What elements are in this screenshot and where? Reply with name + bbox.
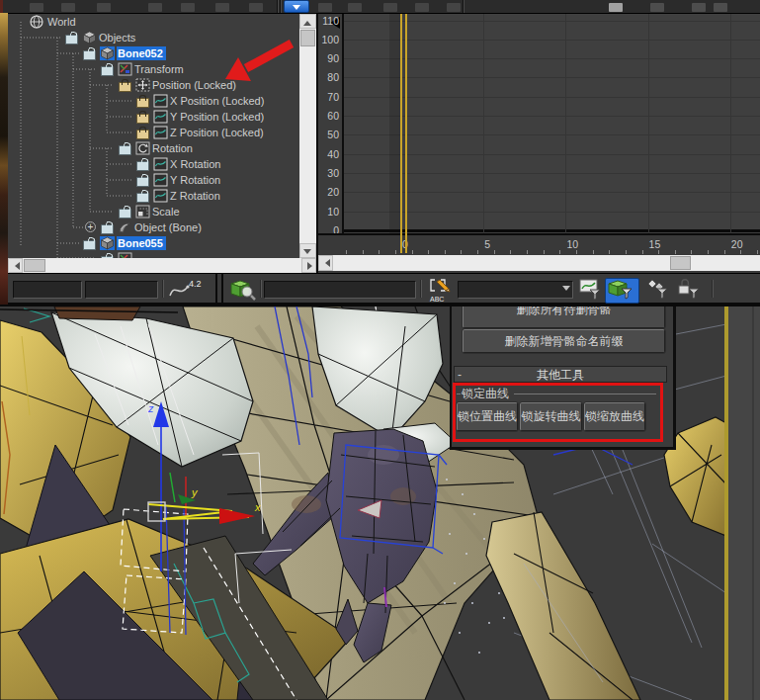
cropped-toolbar-icon[interactable]	[30, 3, 43, 12]
cropped-toolbar-icon[interactable]	[650, 3, 664, 12]
curve-icon	[153, 189, 168, 203]
filter-animated-tracks-icon[interactable]	[579, 278, 604, 306]
time-ruler-label: 10	[566, 238, 578, 250]
tree-item-object-bone-[interactable]: +Object (Bone)	[8, 219, 299, 235]
cropped-toolbar-icon[interactable]	[714, 3, 727, 12]
tree-item-label: Object (Bone)	[134, 220, 202, 234]
filter-keyable-tracks-icon[interactable]	[646, 278, 672, 306]
delete-bone-prefix-button[interactable]: 删除新增骨骼命名前缀	[463, 329, 665, 353]
filter-unlocked-tracks-icon[interactable]	[676, 278, 703, 306]
collapse-icon[interactable]: -	[458, 367, 462, 383]
filter-preset-combo[interactable]	[458, 281, 573, 299]
abc-label: ABC	[430, 296, 444, 303]
locked-lock-icon	[136, 130, 149, 139]
application-window: WorldObjectsBone052TransformPosition (Lo…	[0, 0, 760, 700]
filter-selected-objects-icon[interactable]	[605, 278, 639, 304]
unlocked-lock-icon	[136, 193, 149, 203]
tree-item-y-rotation[interactable]: Y Rotation	[8, 172, 299, 188]
other-tools-rollout-header[interactable]: - 其他工具	[454, 366, 667, 383]
down-arrow-icon	[303, 249, 311, 258]
cropped-toolbar-icon[interactable]	[61, 3, 75, 12]
tree-item-world[interactable]: World	[8, 14, 299, 30]
cropped-toolbar-icon[interactable]	[97, 3, 111, 12]
unlocked-lock-icon	[119, 209, 131, 219]
scroll-down-button[interactable]	[299, 243, 316, 258]
cropped-toolbar-icon[interactable]	[447, 3, 461, 12]
tree-item-transform[interactable]: Transform	[8, 61, 299, 77]
right-margin	[728, 306, 760, 700]
track-name-field[interactable]	[264, 281, 416, 299]
expand-plus-icon[interactable]: +	[85, 221, 96, 232]
time-ruler[interactable]: 05101520	[318, 233, 760, 257]
viewport-edge-sliver	[0, 0, 3, 13]
cropped-toolbar-icon[interactable]	[415, 3, 429, 12]
tree-item-z-rotation[interactable]: Z Rotation	[8, 188, 299, 204]
transform-icon	[118, 62, 132, 76]
tree-item-z-position-locked-[interactable]: Z Position (Locked)	[8, 125, 299, 140]
scroll-left-button[interactable]	[318, 255, 333, 271]
scrollbar-thumb[interactable]	[300, 30, 315, 46]
delete-pending-bones-button[interactable]: 删除所有待删骨骼	[463, 306, 665, 328]
key-value-field[interactable]	[85, 281, 158, 299]
tree-item-bone052[interactable]: Bone052	[8, 45, 299, 61]
y-axis-tick-label: 60	[327, 110, 339, 122]
vertical-gridline	[730, 14, 731, 233]
bone-icon	[118, 220, 132, 234]
up-arrow-icon	[303, 17, 311, 26]
time-slider-line[interactable]	[405, 14, 407, 253]
x-axis-label: x	[254, 501, 261, 513]
tree-item-x-position-locked-[interactable]: X Position (Locked)	[8, 93, 299, 109]
y-axis-tick-label: 80	[327, 71, 339, 83]
edit-track-set-icon[interactable]: ABC	[427, 278, 455, 307]
tree-item-rotation[interactable]: Rotation	[8, 140, 299, 156]
tree-item-bone055[interactable]: Bone055	[8, 235, 299, 251]
left-arrow-icon	[11, 262, 20, 270]
scroll-left-button[interactable]	[8, 258, 23, 273]
tree-vertical-scrollbar[interactable]	[299, 14, 316, 258]
scrollbar-thumb[interactable]	[670, 256, 691, 270]
tree-item-label: X Rotation	[170, 157, 220, 171]
tree-item-label: World	[47, 15, 76, 29]
cropped-toolbar-icon[interactable]	[692, 3, 706, 12]
unlocked-lock-icon	[83, 50, 96, 60]
locked-lock-icon	[136, 98, 149, 108]
vertical-gridline	[483, 14, 484, 233]
tree-item-objects[interactable]: Objects	[8, 30, 299, 45]
tree-item-label: Z Rotation	[170, 189, 220, 203]
y-axis-tick-label: 10	[327, 206, 339, 218]
graph-horizontal-scrollbar[interactable]	[318, 255, 760, 271]
cropped-toolbar-icon[interactable]	[609, 3, 623, 12]
minor-tick	[708, 250, 709, 254]
vertical-gridline	[565, 14, 566, 233]
curve-icon	[153, 157, 168, 171]
cropped-toolbar-icon[interactable]	[348, 3, 362, 12]
draw-curves-icon[interactable]: 4.2	[166, 278, 204, 306]
scroll-right-button[interactable]	[301, 258, 316, 273]
tree-item-position-locked-[interactable]: Position (Locked)	[8, 77, 299, 93]
cropped-toolbar-icon[interactable]	[383, 3, 397, 12]
zoom-selected-object-icon[interactable]	[230, 278, 258, 306]
minor-tick	[576, 250, 577, 254]
scrollbar-thumb[interactable]	[24, 259, 45, 272]
toolbar-separator	[463, 0, 464, 13]
cropped-toolbar-icon[interactable]	[249, 3, 263, 12]
cropped-toolbar-icon[interactable]	[318, 3, 332, 12]
curve-icon	[153, 110, 168, 124]
tree-item-y-position-locked-[interactable]: Y Position (Locked)	[8, 109, 299, 125]
tree-item-label: Scale	[152, 205, 180, 219]
active-toolbar-button[interactable]	[284, 0, 309, 13]
trackview-toolbar: 4.2 ABC	[8, 273, 760, 305]
time-slider-line[interactable]	[400, 14, 402, 253]
cropped-toolbar-icon[interactable]	[148, 3, 162, 12]
cropped-toolbar-icon[interactable]	[215, 3, 229, 12]
tree-item-x-rotation[interactable]: X Rotation	[8, 156, 299, 172]
tree-item-label: Transform	[134, 62, 184, 76]
tree-item-scale[interactable]: Scale	[8, 204, 299, 219]
tree-item-partial[interactable]	[8, 251, 299, 258]
scroll-up-button[interactable]	[299, 14, 316, 29]
tree-horizontal-scrollbar[interactable]	[8, 258, 316, 273]
cropped-toolbar-icon[interactable]	[181, 3, 195, 12]
toolbar-separator	[277, 0, 278, 13]
unlocked-lock-icon	[101, 66, 114, 76]
key-time-field[interactable]	[13, 281, 82, 299]
